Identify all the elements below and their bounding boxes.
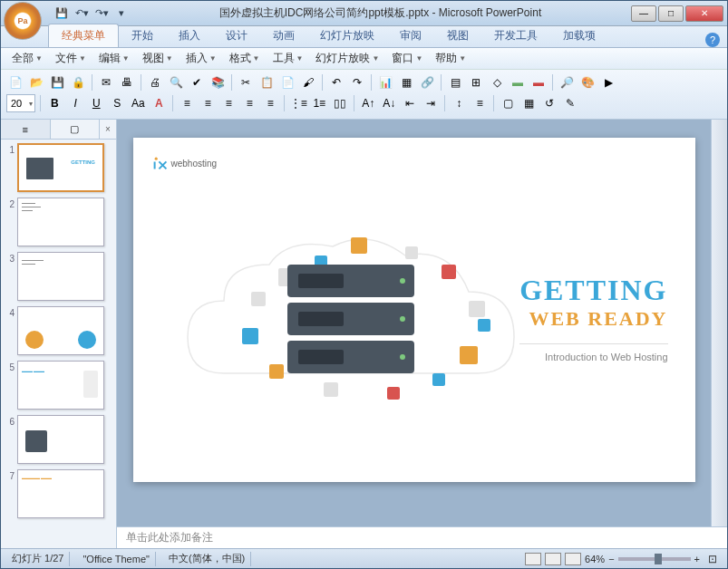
line-color-icon[interactable]: ▬: [529, 73, 548, 92]
thumb-item[interactable]: 6: [5, 415, 112, 464]
line-spacing-icon[interactable]: ≡: [471, 94, 489, 112]
increase-font-icon[interactable]: A↑: [359, 94, 377, 112]
decrease-indent-icon[interactable]: ⇤: [401, 94, 419, 112]
open-icon[interactable]: 📂: [27, 73, 45, 92]
menu-all[interactable]: 全部▼: [6, 49, 48, 68]
design-icon[interactable]: ✎: [561, 94, 579, 112]
thumb-slide[interactable]: ▬▬▬▬▬▬▬▬▬▬▬▬▬: [17, 252, 104, 301]
zoom-out-icon[interactable]: −: [608, 554, 614, 564]
office-button[interactable]: Pa: [4, 2, 42, 40]
color-icon[interactable]: 🎨: [578, 73, 597, 92]
tab-view[interactable]: 视图: [434, 24, 481, 47]
tab-design[interactable]: 设计: [213, 24, 260, 47]
thumb-slide[interactable]: ▬▬▬▬▬ ▬▬▬: [17, 469, 104, 518]
panel-close-icon[interactable]: ×: [100, 120, 116, 139]
qat-more-icon[interactable]: ▾: [113, 5, 130, 22]
columns-icon[interactable]: ▯▯: [331, 94, 349, 112]
menu-tools[interactable]: 工具▼: [267, 49, 309, 68]
menu-insert[interactable]: 插入▼: [180, 49, 222, 68]
bold-icon[interactable]: B: [45, 94, 63, 112]
canvas-area[interactable]: webhosting: [117, 120, 711, 526]
font-color-icon[interactable]: A: [150, 94, 168, 112]
email-icon[interactable]: ✉: [97, 73, 115, 92]
tab-classic-menu[interactable]: 经典菜单: [48, 24, 119, 47]
text-direction-icon[interactable]: ↕: [450, 94, 468, 112]
save-icon[interactable]: 💾: [53, 5, 70, 22]
zoom-icon[interactable]: 🔎: [558, 73, 576, 92]
chart-icon[interactable]: 📊: [376, 73, 394, 92]
thumb-item[interactable]: 7 ▬▬▬▬▬ ▬▬▬: [5, 469, 112, 518]
status-language[interactable]: 中文(简体，中国): [163, 552, 251, 566]
permission-icon[interactable]: 🔒: [69, 73, 87, 92]
layout-icon[interactable]: ▦: [519, 94, 538, 112]
shadow-icon[interactable]: S: [108, 94, 126, 112]
underline-icon[interactable]: U: [87, 94, 105, 112]
redo-icon[interactable]: ↷: [348, 73, 366, 92]
menu-file[interactable]: 文件▼: [50, 49, 92, 68]
zoom-slider[interactable]: [618, 557, 691, 561]
help-icon[interactable]: ?: [705, 33, 720, 47]
menu-edit[interactable]: 编辑▼: [93, 49, 135, 68]
fill-icon[interactable]: ▬: [509, 73, 527, 92]
numbering-icon[interactable]: 1≡: [310, 94, 328, 112]
shapes-icon[interactable]: ◇: [488, 73, 506, 92]
bullets-icon[interactable]: ⋮≡: [289, 94, 307, 112]
new-icon[interactable]: 📄: [6, 73, 24, 92]
decrease-font-icon[interactable]: A↓: [380, 94, 398, 112]
slides-tab[interactable]: ▢: [51, 120, 101, 139]
align-center-icon[interactable]: ≡: [199, 94, 217, 112]
menu-window[interactable]: 窗口▼: [386, 49, 428, 68]
tab-review[interactable]: 审阅: [387, 24, 434, 47]
table-icon[interactable]: ▦: [397, 73, 415, 92]
minimize-button[interactable]: —: [631, 5, 656, 22]
redo-icon[interactable]: ↷▾: [93, 5, 110, 22]
thumb-item[interactable]: 3 ▬▬▬▬▬▬▬▬▬▬▬▬▬: [5, 252, 112, 301]
align-right-icon[interactable]: ≡: [219, 94, 238, 112]
menu-view[interactable]: 视图▼: [137, 49, 179, 68]
status-slide-indicator[interactable]: 幻灯片 1/27: [6, 552, 70, 566]
tab-insert[interactable]: 插入: [166, 24, 213, 47]
status-theme[interactable]: "Office Theme": [77, 552, 155, 566]
slideshow-icon[interactable]: ▶: [599, 73, 617, 92]
thumb-item[interactable]: 2 ▬▬▬▬▬▬▬▬▬▬▬▬▬▬▬▬: [5, 198, 112, 246]
slide[interactable]: webhosting: [133, 138, 695, 482]
align-left-icon[interactable]: ≡: [178, 94, 196, 112]
new-slide-icon[interactable]: ▢: [499, 94, 517, 112]
zoom-in-icon[interactable]: +: [694, 554, 700, 564]
vertical-scrollbar[interactable]: [711, 120, 727, 526]
spelling-icon[interactable]: ✔: [188, 73, 206, 92]
thumb-slide[interactable]: ▬▬▬▬▬▬▬▬▬▬▬▬▬▬▬▬: [17, 198, 104, 246]
italic-icon[interactable]: I: [66, 94, 84, 112]
quickprint-icon[interactable]: 🖶: [118, 73, 136, 92]
format-painter-icon[interactable]: 🖌: [299, 73, 317, 92]
grid-icon[interactable]: ⊞: [467, 73, 485, 92]
preview-icon[interactable]: 🔍: [167, 73, 185, 92]
outline-tab[interactable]: ≡: [1, 120, 51, 139]
undo-icon[interactable]: ↶▾: [73, 5, 90, 22]
justify-icon[interactable]: ≡: [240, 94, 258, 112]
reset-icon[interactable]: ↺: [540, 94, 558, 112]
normal-view-icon[interactable]: [525, 553, 541, 565]
close-button[interactable]: ✕: [685, 5, 723, 22]
research-icon[interactable]: 📚: [209, 73, 227, 92]
thumb-slide[interactable]: [17, 306, 104, 355]
thumb-slide[interactable]: GETTING: [17, 143, 104, 192]
font-size-combo[interactable]: 20: [6, 94, 35, 112]
thumb-item[interactable]: 5 ▬▬▬ ▬▬▬: [5, 361, 112, 410]
sorter-view-icon[interactable]: [545, 553, 561, 565]
increase-indent-icon[interactable]: ⇥: [422, 94, 440, 112]
thumb-slide[interactable]: ▬▬▬ ▬▬▬: [17, 361, 104, 410]
cut-icon[interactable]: ✂: [237, 73, 255, 92]
tab-addins[interactable]: 加载项: [550, 24, 608, 47]
save-icon[interactable]: 💾: [48, 73, 66, 92]
notes-pane[interactable]: 单击此处添加备注: [117, 526, 727, 548]
maximize-button[interactable]: □: [658, 5, 684, 22]
slideshow-view-icon[interactable]: [565, 553, 581, 565]
fit-window-icon[interactable]: ⊡: [704, 550, 722, 568]
tab-home[interactable]: 开始: [119, 24, 166, 47]
thumb-slide[interactable]: [17, 415, 104, 464]
hyperlink-icon[interactable]: 🔗: [418, 73, 436, 92]
tables-icon[interactable]: ▤: [446, 73, 464, 92]
tab-developer[interactable]: 开发工具: [481, 24, 550, 47]
paste-icon[interactable]: 📄: [278, 73, 296, 92]
